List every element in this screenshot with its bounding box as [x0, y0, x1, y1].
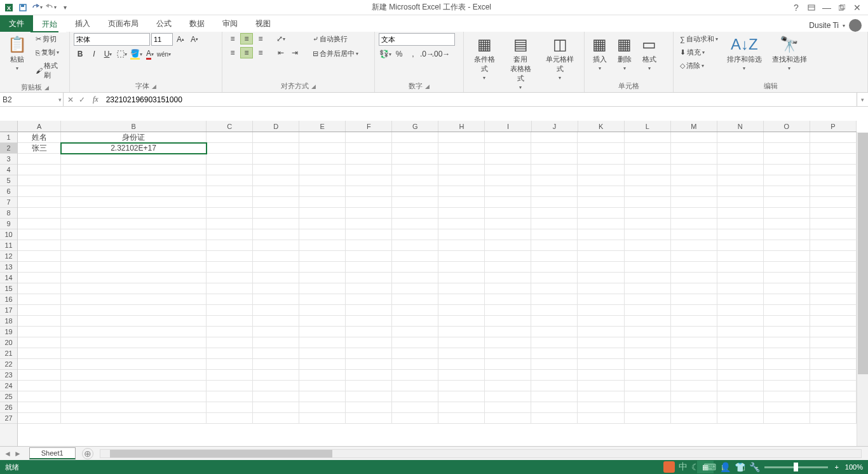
cell[interactable]: [61, 154, 207, 165]
font-color-button[interactable]: A▾: [144, 48, 156, 60]
column-header[interactable]: B: [61, 121, 207, 132]
cell[interactable]: [810, 143, 857, 154]
cell[interactable]: [253, 294, 299, 305]
cell[interactable]: [578, 154, 624, 165]
column-header[interactable]: O: [764, 121, 810, 132]
cell[interactable]: [299, 348, 346, 359]
cell[interactable]: [346, 240, 392, 251]
orientation-button[interactable]: ⤢▾: [275, 33, 287, 44]
expand-formula-bar-icon[interactable]: ▾: [857, 93, 868, 106]
cell[interactable]: [578, 273, 624, 283]
conditional-format-button[interactable]: ▦条件格式▾: [468, 33, 501, 83]
cell[interactable]: [61, 402, 207, 413]
cell[interactable]: [578, 165, 624, 175]
bold-button[interactable]: B: [74, 48, 86, 60]
cells-area[interactable]: 姓名身份证张三2.32102E+17: [18, 132, 857, 446]
redo-icon[interactable]: ▾: [44, 1, 57, 14]
column-header[interactable]: H: [438, 121, 485, 132]
cell[interactable]: [207, 197, 253, 208]
cell[interactable]: [485, 186, 531, 197]
cell[interactable]: [346, 316, 392, 327]
cell[interactable]: [207, 143, 253, 154]
cell[interactable]: [578, 175, 624, 186]
cell[interactable]: [810, 413, 857, 424]
cell[interactable]: [625, 208, 671, 219]
undo-icon[interactable]: ▾: [31, 1, 43, 14]
cell[interactable]: [717, 316, 764, 327]
cell[interactable]: [299, 413, 346, 424]
cell[interactable]: [207, 132, 253, 143]
cell[interactable]: [18, 283, 61, 294]
cell[interactable]: [253, 251, 299, 262]
tab-insert[interactable]: 插入: [66, 15, 99, 32]
cell[interactable]: [61, 381, 207, 391]
cell[interactable]: [810, 381, 857, 391]
italic-button[interactable]: I: [88, 48, 100, 60]
cell[interactable]: [578, 327, 624, 337]
cell[interactable]: [18, 229, 61, 240]
cell[interactable]: [253, 402, 299, 413]
cell[interactable]: [578, 262, 624, 273]
cell[interactable]: [253, 262, 299, 273]
cell[interactable]: [531, 175, 578, 186]
cell[interactable]: [764, 154, 810, 165]
cell[interactable]: [253, 175, 299, 186]
cell[interactable]: [625, 327, 671, 337]
cell[interactable]: [717, 273, 764, 283]
row-header[interactable]: 25: [0, 391, 17, 402]
cell[interactable]: [531, 273, 578, 283]
cell[interactable]: [810, 240, 857, 251]
cell[interactable]: [438, 197, 485, 208]
cell[interactable]: [531, 208, 578, 219]
cell[interactable]: [61, 337, 207, 348]
align-center-icon[interactable]: ≡: [240, 47, 253, 58]
tray-icon[interactable]: 👤: [720, 462, 731, 472]
cell[interactable]: [438, 143, 485, 154]
cell[interactable]: [625, 337, 671, 348]
cell[interactable]: [438, 327, 485, 337]
cell[interactable]: [764, 251, 810, 262]
row-header[interactable]: 22: [0, 359, 17, 370]
cell[interactable]: [810, 370, 857, 381]
phonetic-button[interactable]: wén▾: [158, 48, 170, 60]
align-right-icon[interactable]: ≡: [254, 47, 267, 58]
cell[interactable]: [531, 381, 578, 391]
tab-file[interactable]: 文件: [0, 15, 33, 32]
cell[interactable]: [671, 165, 717, 175]
cell[interactable]: [346, 283, 392, 294]
row-header[interactable]: 27: [0, 413, 17, 424]
cell[interactable]: [253, 273, 299, 283]
cell[interactable]: [253, 229, 299, 240]
cell[interactable]: [392, 154, 438, 165]
cell[interactable]: [485, 402, 531, 413]
cell[interactable]: [346, 251, 392, 262]
cell[interactable]: [717, 413, 764, 424]
cell[interactable]: [531, 262, 578, 273]
row-header[interactable]: 1: [0, 132, 17, 143]
decrease-indent-icon[interactable]: ⇤: [275, 47, 287, 58]
cell[interactable]: [671, 316, 717, 327]
cell[interactable]: [392, 327, 438, 337]
cell[interactable]: [485, 283, 531, 294]
cell[interactable]: [717, 337, 764, 348]
cell[interactable]: [299, 229, 346, 240]
cell[interactable]: [531, 391, 578, 402]
cell[interactable]: [299, 165, 346, 175]
cell[interactable]: [485, 327, 531, 337]
cell[interactable]: [299, 359, 346, 370]
cell[interactable]: [253, 208, 299, 219]
cell[interactable]: [299, 370, 346, 381]
column-header[interactable]: K: [578, 121, 625, 132]
ribbon-account[interactable]: Dusite Ti ▾: [809, 19, 868, 32]
cell[interactable]: [61, 327, 207, 337]
row-header[interactable]: 12: [0, 251, 17, 262]
row-header[interactable]: 11: [0, 240, 17, 251]
cell[interactable]: [671, 186, 717, 197]
find-select-button[interactable]: 🔭查找和选择▾: [768, 33, 811, 74]
tab-review[interactable]: 审阅: [214, 15, 247, 32]
cell[interactable]: [671, 381, 717, 391]
cell[interactable]: [299, 402, 346, 413]
cell[interactable]: [671, 370, 717, 381]
cell[interactable]: [207, 262, 253, 273]
cell[interactable]: [392, 402, 438, 413]
